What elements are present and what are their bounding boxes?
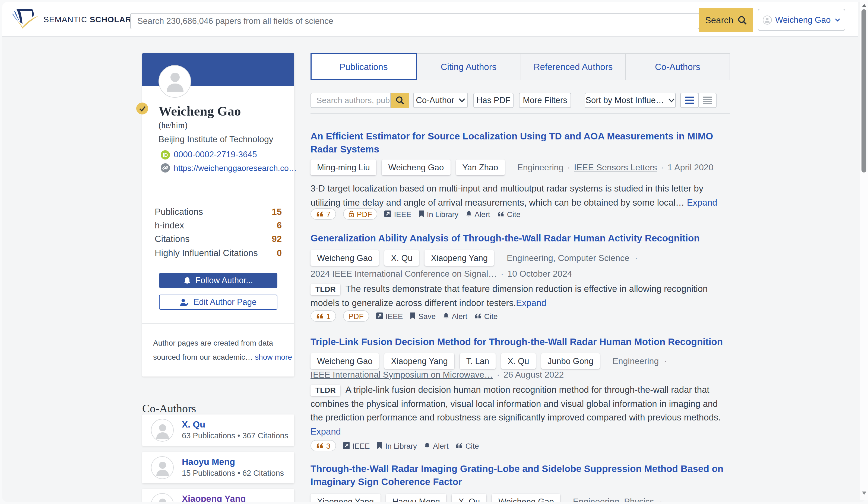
svg-text:iD: iD <box>163 152 168 158</box>
